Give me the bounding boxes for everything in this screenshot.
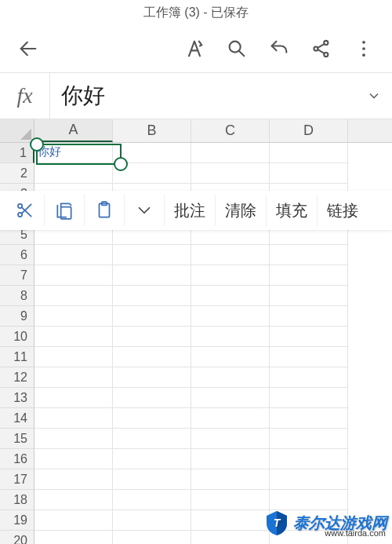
cell-B17[interactable] xyxy=(113,469,191,490)
cell-A11[interactable] xyxy=(34,347,113,367)
column-header-A[interactable]: A xyxy=(34,119,113,142)
cell-B10[interactable] xyxy=(113,327,191,347)
clear-button[interactable]: 清除 xyxy=(216,195,267,226)
cell-B12[interactable] xyxy=(113,367,191,388)
cell-D18[interactable] xyxy=(270,490,348,510)
fx-label[interactable]: fx xyxy=(0,73,50,119)
formula-expand-button[interactable] xyxy=(356,88,392,104)
row-header-19[interactable]: 19 xyxy=(0,510,34,531)
cell-B8[interactable] xyxy=(113,286,191,306)
cell-D11[interactable] xyxy=(270,347,348,367)
select-all-corner[interactable] xyxy=(0,119,34,142)
cell-B18[interactable] xyxy=(113,490,191,510)
cell-C10[interactable] xyxy=(191,327,270,347)
cell-A10[interactable] xyxy=(34,327,113,347)
cell-A15[interactable] xyxy=(34,429,113,449)
cell-A8[interactable] xyxy=(34,286,113,306)
cell-C8[interactable] xyxy=(191,286,270,306)
cell-A18[interactable] xyxy=(34,490,113,510)
cell-C18[interactable] xyxy=(191,490,270,510)
cell-D9[interactable] xyxy=(270,306,348,327)
cut-button[interactable] xyxy=(5,195,45,226)
cell-C17[interactable] xyxy=(191,469,270,490)
cell-D17[interactable] xyxy=(270,469,348,490)
font-style-button[interactable] xyxy=(177,31,212,66)
cell-C13[interactable] xyxy=(191,388,270,408)
cell-C9[interactable] xyxy=(191,306,270,327)
cell-C2[interactable] xyxy=(191,163,270,184)
cell-A2[interactable] xyxy=(34,163,113,184)
cell-D6[interactable] xyxy=(270,245,348,265)
cell-C6[interactable] xyxy=(191,245,270,265)
cell-A16[interactable] xyxy=(34,449,113,469)
more-button[interactable] xyxy=(347,31,381,66)
cell-D10[interactable] xyxy=(270,327,348,347)
cell-B14[interactable] xyxy=(113,408,191,429)
cell-C11[interactable] xyxy=(191,347,270,367)
undo-button[interactable] xyxy=(262,31,296,66)
row-header-8[interactable]: 8 xyxy=(0,286,34,306)
cell-D12[interactable] xyxy=(270,367,348,388)
cell-A1[interactable]: 你好 xyxy=(34,143,113,163)
cell-A19[interactable] xyxy=(34,510,113,531)
row-header-18[interactable]: 18 xyxy=(0,490,34,510)
cell-C19[interactable] xyxy=(191,510,270,531)
cell-C16[interactable] xyxy=(191,449,270,469)
row-header-12[interactable]: 12 xyxy=(0,367,34,388)
annotate-button[interactable]: 批注 xyxy=(165,195,216,226)
row-header-13[interactable]: 13 xyxy=(0,388,34,408)
paste-options-button[interactable] xyxy=(125,195,165,226)
selection-handle-top-left[interactable] xyxy=(30,137,44,152)
cell-B16[interactable] xyxy=(113,449,191,469)
cell-B19[interactable] xyxy=(113,510,191,531)
link-button[interactable]: 链接 xyxy=(318,195,368,226)
row-header-14[interactable]: 14 xyxy=(0,408,34,429)
cell-B11[interactable] xyxy=(113,347,191,367)
row-header-10[interactable]: 10 xyxy=(0,327,34,347)
cell-B9[interactable] xyxy=(113,306,191,327)
cell-C1[interactable] xyxy=(191,143,270,163)
cell-B15[interactable] xyxy=(113,429,191,449)
cell-C20[interactable] xyxy=(191,531,270,544)
cell-B13[interactable] xyxy=(113,388,191,408)
search-button[interactable] xyxy=(220,31,254,66)
cell-D2[interactable] xyxy=(270,163,348,184)
cell-A20[interactable] xyxy=(34,531,113,544)
row-header-15[interactable]: 15 xyxy=(0,429,34,449)
cell-C7[interactable] xyxy=(191,265,270,286)
cell-D1[interactable] xyxy=(270,143,348,163)
cell-A13[interactable] xyxy=(34,388,113,408)
selection-handle-bottom-right[interactable] xyxy=(114,157,128,171)
cell-C15[interactable] xyxy=(191,429,270,449)
copy-button[interactable] xyxy=(45,195,85,226)
share-button[interactable] xyxy=(304,31,339,66)
row-header-2[interactable]: 2 xyxy=(0,163,34,184)
cell-D13[interactable] xyxy=(270,388,348,408)
column-header-C[interactable]: C xyxy=(191,119,270,142)
column-header-B[interactable]: B xyxy=(113,119,191,142)
formula-input[interactable]: 你好 xyxy=(50,81,356,111)
cell-A7[interactable] xyxy=(34,265,113,286)
cell-C12[interactable] xyxy=(191,367,270,388)
fill-button[interactable]: 填充 xyxy=(267,195,318,226)
column-header-D[interactable]: D xyxy=(270,119,348,142)
cell-A14[interactable] xyxy=(34,408,113,429)
cell-A17[interactable] xyxy=(34,469,113,490)
paste-button[interactable] xyxy=(85,195,125,226)
cell-A12[interactable] xyxy=(34,367,113,388)
cell-B6[interactable] xyxy=(113,245,191,265)
row-header-7[interactable]: 7 xyxy=(0,265,34,286)
row-header-20[interactable]: 20 xyxy=(0,531,34,544)
cell-D15[interactable] xyxy=(270,429,348,449)
row-header-11[interactable]: 11 xyxy=(0,347,34,367)
cell-B20[interactable] xyxy=(113,531,191,544)
row-header-17[interactable]: 17 xyxy=(0,469,34,490)
cell-A9[interactable] xyxy=(34,306,113,327)
cell-D14[interactable] xyxy=(270,408,348,429)
row-header-9[interactable]: 9 xyxy=(0,306,34,327)
row-header-6[interactable]: 6 xyxy=(0,245,34,265)
cell-B7[interactable] xyxy=(113,265,191,286)
back-button[interactable] xyxy=(11,31,45,66)
cell-D8[interactable] xyxy=(270,286,348,306)
cell-D7[interactable] xyxy=(270,265,348,286)
